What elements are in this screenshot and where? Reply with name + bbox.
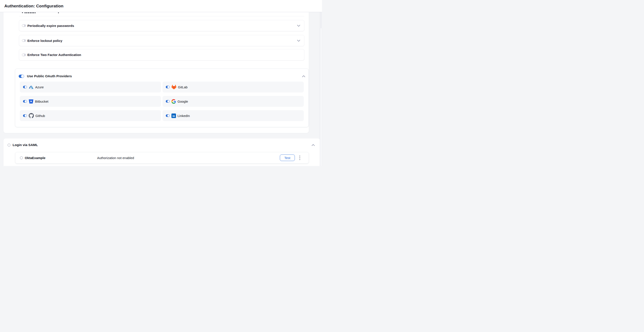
github-toggle[interactable] bbox=[23, 114, 27, 117]
oauth-header: Use Public OAuth Providers bbox=[15, 69, 308, 83]
row-periodically-expire-passwords[interactable]: Periodically expire passwords bbox=[19, 20, 304, 31]
oauth-providers-card: Use Public OAuth Providers Azure bbox=[15, 69, 309, 127]
saml-header: Login via SAML bbox=[4, 139, 320, 152]
provider-row-gitlab: GitLab bbox=[162, 82, 304, 92]
toggle-knob bbox=[167, 100, 170, 103]
linkedin-toggle[interactable] bbox=[166, 114, 170, 117]
provider-grid: Azure GitLab bbox=[20, 82, 304, 121]
toggle-knob bbox=[24, 114, 27, 117]
gitlab-icon bbox=[172, 85, 176, 89]
azure-toggle[interactable] bbox=[23, 86, 27, 88]
okta-radio[interactable] bbox=[20, 157, 23, 159]
linkedin-icon: in bbox=[172, 114, 176, 118]
clipped-text-sliver bbox=[24, 12, 36, 13]
expire-passwords-toggle[interactable] bbox=[22, 24, 26, 27]
saml-title: Login via SAML bbox=[12, 143, 38, 147]
gitlab-toggle[interactable] bbox=[166, 86, 170, 88]
bitbucket-toggle[interactable] bbox=[23, 100, 27, 103]
row-label: Enforce lockout policy bbox=[28, 39, 62, 42]
oauth-title: Use Public OAuth Providers bbox=[27, 74, 72, 78]
saml-entry-row[interactable]: OktaExample Authorization not enabled Te… bbox=[15, 152, 309, 164]
scrollbar-thumb[interactable] bbox=[320, 28, 322, 166]
provider-row-github: Github bbox=[20, 110, 161, 121]
saml-section: Login via SAML OktaExample Authorization… bbox=[4, 139, 320, 166]
provider-row-linkedin: in LinkedIn bbox=[162, 110, 304, 121]
provider-name: LinkedIn bbox=[178, 114, 190, 118]
kebab-menu-icon[interactable] bbox=[299, 156, 300, 160]
provider-name: GitLab bbox=[178, 85, 188, 89]
toggle-knob bbox=[22, 24, 24, 27]
saml-entry-name: OktaExample bbox=[25, 156, 46, 160]
toggle-knob bbox=[167, 114, 170, 117]
saml-entry-status: Authorization not enabled bbox=[97, 156, 134, 160]
authentication-configuration-page: Authentication: Configuration Periodical… bbox=[0, 0, 322, 166]
password-policy-section: Periodically expire passwords Enforce lo… bbox=[4, 12, 309, 133]
lockout-policy-toggle[interactable] bbox=[22, 39, 26, 42]
chevron-up-icon[interactable] bbox=[312, 144, 315, 146]
toggle-knob bbox=[167, 86, 170, 88]
svg-text:in: in bbox=[172, 114, 175, 117]
clipped-text-sliver bbox=[58, 12, 59, 13]
toggle-knob bbox=[24, 86, 27, 88]
toggle-knob bbox=[24, 100, 27, 103]
scrollbar-track[interactable] bbox=[320, 12, 322, 166]
provider-row-google: Google bbox=[162, 96, 304, 107]
provider-name: Github bbox=[36, 114, 45, 118]
row-enforce-lockout-policy[interactable]: Enforce lockout policy bbox=[19, 35, 304, 46]
chevron-up-icon[interactable] bbox=[302, 75, 305, 77]
test-button[interactable]: Test bbox=[280, 155, 295, 161]
toggle-knob bbox=[21, 75, 24, 78]
provider-name: Bitbucket bbox=[35, 100, 48, 103]
bitbucket-icon bbox=[29, 99, 34, 104]
provider-name: Azure bbox=[35, 85, 44, 89]
provider-row-bitbucket: Bitbucket bbox=[20, 96, 161, 107]
row-label: Periodically expire passwords bbox=[28, 24, 74, 27]
toggle-knob bbox=[22, 39, 24, 42]
google-icon bbox=[172, 99, 176, 104]
github-icon bbox=[29, 113, 34, 118]
row-enforce-two-factor-authentication[interactable]: Enforce Two Factor Authentication bbox=[19, 49, 304, 61]
oauth-master-toggle[interactable] bbox=[19, 75, 24, 78]
saml-radio[interactable] bbox=[8, 144, 10, 147]
page-title: Authentication: Configuration bbox=[4, 4, 64, 8]
azure-icon bbox=[29, 85, 34, 89]
google-toggle[interactable] bbox=[166, 100, 170, 103]
toggle-knob bbox=[22, 54, 24, 56]
chevron-down-icon[interactable] bbox=[297, 40, 300, 42]
row-label: Enforce Two Factor Authentication bbox=[28, 53, 81, 57]
chevron-down-icon[interactable] bbox=[297, 25, 300, 27]
two-factor-toggle[interactable] bbox=[22, 54, 26, 56]
page-header: Authentication: Configuration bbox=[0, 0, 322, 12]
provider-name: Google bbox=[178, 100, 188, 103]
provider-row-azure: Azure bbox=[20, 82, 161, 92]
clipped-row-top bbox=[19, 12, 304, 16]
clipped-text-sliver bbox=[22, 12, 23, 13]
